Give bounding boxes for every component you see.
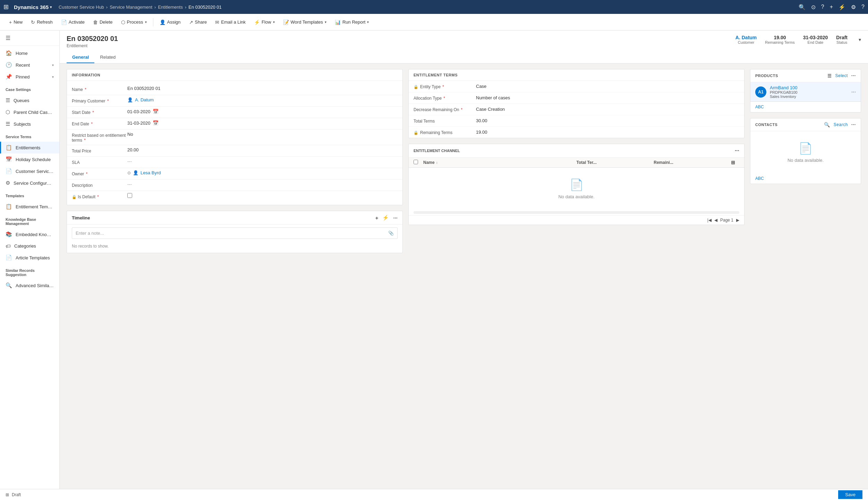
breadcrumb-service[interactable]: Service Management <box>110 5 152 10</box>
entitlement-terms-title: ENTITLEMENT TERMS <box>414 73 458 77</box>
waffle-icon[interactable]: ⊞ <box>3 3 9 11</box>
channel-select-all-checkbox[interactable] <box>414 160 418 164</box>
email-link-button[interactable]: ✉ Email a Link <box>212 18 249 27</box>
terms-allocation-type-value[interactable]: Number of cases <box>476 95 739 100</box>
field-total-price-value[interactable]: 20.00 <box>127 147 398 152</box>
product-more-icon[interactable]: ··· <box>851 89 856 95</box>
channel-first-page-icon[interactable]: |◀ <box>707 218 712 223</box>
is-default-checkbox[interactable] <box>127 193 132 198</box>
customer-link[interactable]: A. Datum <box>135 97 154 102</box>
assign-button[interactable]: 👤 Assign <box>156 18 184 27</box>
filter-nav-icon[interactable]: ⚡ <box>839 4 845 10</box>
sidebar-item-entitlements[interactable]: 📋 Entitlements <box>0 142 59 153</box>
timeline-more-icon[interactable]: ··· <box>393 215 398 221</box>
timeline-add-icon[interactable]: + <box>375 215 378 221</box>
search-nav-icon[interactable]: 🔍 <box>799 4 806 10</box>
sidebar-item-advanced-similarity[interactable]: 🔍 Advanced Similari... <box>0 280 59 291</box>
process-button[interactable]: ⬡ Process ▾ <box>118 18 150 27</box>
products-abc-link[interactable]: ABC <box>750 102 861 112</box>
help-nav-icon[interactable]: ? <box>821 4 824 10</box>
tab-general[interactable]: General <box>67 52 94 63</box>
status-expand-icon[interactable]: ⊞ <box>6 492 9 497</box>
field-customer-value: 👤 A. Datum <box>127 97 398 102</box>
sidebar-item-subjects[interactable]: ☰ Subjects <box>0 118 59 130</box>
sidebar-item-customer-service[interactable]: 📄 Customer Service ... <box>0 165 59 177</box>
terms-entity-type-value[interactable]: Case <box>476 84 739 89</box>
tab-related[interactable]: Related <box>94 52 121 63</box>
terms-total-terms-value[interactable]: 30.00 <box>476 118 739 123</box>
run-report-button[interactable]: 📊 Run Report ▾ <box>331 18 372 27</box>
channel-name-sort-icon[interactable]: ↕ <box>436 161 438 165</box>
field-sla-value[interactable]: --- <box>127 159 398 164</box>
sidebar-item-recent[interactable]: 🕐 Recent ▾ <box>0 59 59 71</box>
status-bar-right: Save <box>838 490 862 499</box>
activate-button[interactable]: 📄 Activate <box>58 18 88 27</box>
timeline-note-input[interactable]: Enter a note... 📎 <box>72 227 398 239</box>
sidebar-item-home[interactable]: 🏠 Home <box>0 47 59 59</box>
channel-more-icon[interactable]: ··· <box>735 148 739 154</box>
share-button[interactable]: ↗ Share <box>186 18 211 27</box>
delete-button[interactable]: 🗑 Delete <box>90 18 116 27</box>
contacts-more-icon[interactable]: ··· <box>851 122 856 127</box>
sidebar-item-pinned[interactable]: 📌 Pinned ▾ <box>0 71 59 83</box>
field-restrict-value[interactable]: No <box>127 132 398 137</box>
terms-remaining-terms-value[interactable]: 19.00 <box>476 130 739 135</box>
breadcrumb-entitlements[interactable]: Entitlements <box>158 5 183 10</box>
record-title-row: En 03052020 01 Entitlement A. Datum Cust… <box>67 35 861 48</box>
products-select-link[interactable]: Select <box>835 73 848 78</box>
start-date-text[interactable]: 01-03-2020 <box>127 109 151 114</box>
sidebar-item-embedded-knowledge[interactable]: 📚 Embedded Knowl... <box>0 228 59 240</box>
sidebar-item-holiday-schedule[interactable]: 📅 Holiday Schedule <box>0 153 59 165</box>
brand-logo[interactable]: Dynamics 365 ▾ <box>14 4 52 10</box>
contacts-search-icon[interactable]: 🔍 <box>824 122 830 127</box>
channel-col-name[interactable]: Name ↕ <box>423 160 575 165</box>
timeline-filter-icon[interactable]: ⚡ <box>382 215 389 221</box>
sidebar-item-queues[interactable]: ☰ Queues <box>0 94 59 106</box>
record-title-group: En 03052020 01 Entitlement <box>67 35 118 48</box>
toolbar: + New ↻ Refresh 📄 Activate 🗑 Delete ⬡ Pr… <box>0 14 868 31</box>
service-config-icon: ⚙ <box>6 180 10 186</box>
channel-scrollbar[interactable] <box>414 211 739 214</box>
save-button[interactable]: Save <box>838 490 862 499</box>
settings-nav-icon[interactable]: ⚙ <box>851 4 856 10</box>
sidebar-item-service-config[interactable]: ⚙ Service Configurat... <box>0 177 59 189</box>
sidebar-item-entitlement-templates[interactable]: 📋 Entitlement Templ... <box>0 201 59 212</box>
add-nav-icon[interactable]: + <box>830 4 833 10</box>
record-customer-value[interactable]: A. Datum <box>735 35 757 40</box>
flow-button[interactable]: ⚡ Flow ▾ <box>250 18 278 27</box>
contacts-search-label[interactable]: Search <box>834 122 848 127</box>
remaining-lock-icon: 🔒 <box>414 131 418 135</box>
refresh-button[interactable]: ↻ Refresh <box>27 18 56 27</box>
home-nav-icon[interactable]: ⊙ <box>811 4 816 10</box>
question-nav-icon[interactable]: ? <box>861 4 865 10</box>
channel-next-page-icon[interactable]: ▶ <box>736 218 739 223</box>
channel-action-icon[interactable]: ⊞ <box>731 160 735 165</box>
owner-link[interactable]: Lesa Byrd <box>141 170 161 175</box>
new-button[interactable]: + New <box>6 18 26 27</box>
timeline-card: Timeline + ⚡ ··· Enter a note... 📎 No re… <box>67 211 403 253</box>
sidebar-item-article-templates[interactable]: 📄 Article Templates <box>0 252 59 264</box>
sidebar-item-parent-child-case[interactable]: ⬡ Parent Child Case ... <box>0 106 59 118</box>
channel-prev-page-icon[interactable]: ◀ <box>714 218 717 223</box>
product-item-armband[interactable]: A1 ArmBand 100 PRDPKGAB100 Sales Invento… <box>750 82 861 102</box>
field-description-value[interactable]: --- <box>127 182 398 187</box>
terms-decrease-value[interactable]: Case Creation <box>476 107 739 112</box>
timeline-attachment-icon[interactable]: 📎 <box>388 231 394 236</box>
nav-icon-group: 🔍 ⊙ ? + ⚡ ⚙ ? <box>799 4 865 10</box>
start-date-calendar-icon[interactable]: 📅 <box>153 109 159 114</box>
field-name-value[interactable]: En 03052020 01 <box>127 86 398 91</box>
breadcrumb-app[interactable]: Customer Service Hub <box>59 5 104 10</box>
end-date-calendar-icon[interactable]: 📅 <box>153 120 159 126</box>
record-meta-chevron-icon[interactable]: ▾ <box>859 37 861 42</box>
products-more-icon[interactable]: ··· <box>851 73 856 78</box>
product-name[interactable]: ArmBand 100 <box>770 85 848 90</box>
brand-chevron-icon[interactable]: ▾ <box>50 5 52 9</box>
contacts-no-data-icon: 📄 <box>799 142 812 155</box>
word-templates-button[interactable]: 📝 Word Templates ▾ <box>280 18 330 27</box>
contacts-abc-link[interactable]: ABC <box>750 173 861 184</box>
sidebar-hamburger-icon[interactable]: ☰ <box>0 31 59 46</box>
sidebar-item-categories[interactable]: 🏷 Categories <box>0 240 59 252</box>
word-templates-label: Word Templates <box>291 19 323 25</box>
end-date-text[interactable]: 31-03-2020 <box>127 120 151 126</box>
refresh-icon: ↻ <box>31 19 35 25</box>
